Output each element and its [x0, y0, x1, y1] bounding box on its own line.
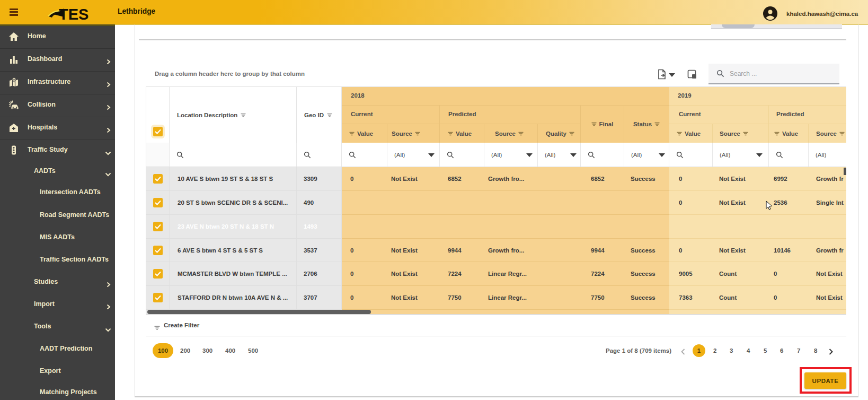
svg-text:TES: TES	[59, 6, 88, 22]
